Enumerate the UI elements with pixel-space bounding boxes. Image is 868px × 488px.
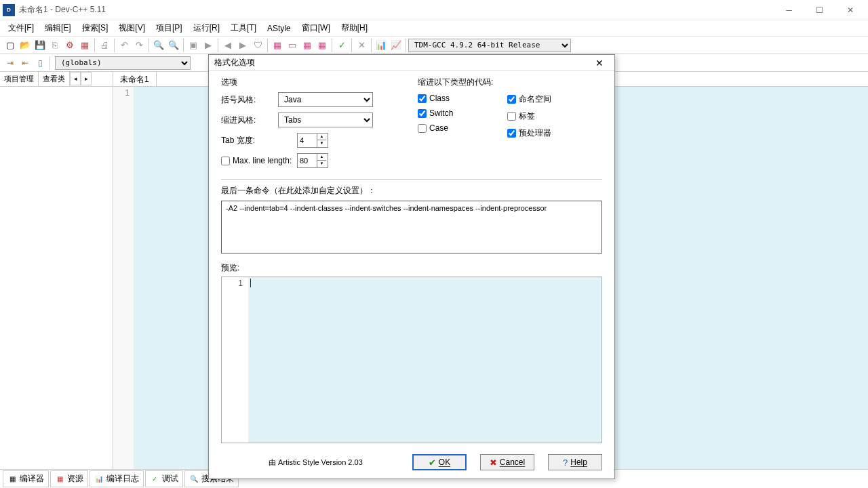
checkbox-switch[interactable]: Switch bbox=[418, 108, 453, 118]
tab-width-input[interactable] bbox=[298, 134, 317, 147]
toolbar: ▢ 📂 💾 ⎘ ⚙ ▦ 🖨 ↶ ↷ 🔍 🔍 ▣ ▶ ◀ ▶ 🛡 ▦ ▭ ▦ ▦ … bbox=[0, 37, 868, 54]
bottom-tab-log[interactable]: 📊编译日志 bbox=[90, 470, 144, 487]
checkbox-case[interactable]: Case bbox=[418, 123, 453, 133]
indent-style-select[interactable]: Tabs bbox=[278, 113, 373, 127]
tab-width-label: Tab 宽度: bbox=[221, 135, 297, 146]
dialog-titlebar: 格式化选项 ✕ bbox=[209, 55, 614, 71]
compile-icon[interactable]: ▣ bbox=[186, 38, 201, 53]
grid4-icon[interactable]: ▦ bbox=[315, 38, 330, 53]
save-all-icon[interactable]: ⎘ bbox=[47, 38, 62, 53]
menu-window[interactable]: 窗口[W] bbox=[296, 20, 336, 36]
spin-up-icon[interactable]: ▲ bbox=[317, 134, 326, 140]
search-tab-icon: 🔍 bbox=[189, 474, 199, 484]
spin-up-icon[interactable]: ▲ bbox=[317, 154, 326, 161]
help-icon: ? bbox=[563, 458, 568, 468]
sidebar-tab-classes[interactable]: 查看类 bbox=[39, 72, 70, 86]
bottom-tab-resources[interactable]: ▦资源 bbox=[50, 470, 88, 487]
compiler-select[interactable]: TDM-GCC 4.9.2 64-bit Release bbox=[408, 39, 571, 52]
dialog-close-icon[interactable]: ✕ bbox=[590, 56, 609, 70]
bookmark2-icon[interactable]: ▯ bbox=[33, 56, 47, 70]
max-line-input[interactable] bbox=[298, 154, 317, 167]
new-file-icon[interactable]: ▢ bbox=[3, 38, 18, 53]
titlebar: D 未命名1 - Dev-C++ 5.11 ─ ☐ ✕ bbox=[0, 0, 868, 20]
menu-file[interactable]: 文件[F] bbox=[3, 20, 39, 36]
menu-help[interactable]: 帮助[H] bbox=[336, 20, 373, 36]
forward-icon[interactable]: ▶ bbox=[235, 38, 250, 53]
debug-tab-icon: ✓ bbox=[150, 474, 159, 484]
maximize-button[interactable]: ☐ bbox=[804, 1, 835, 20]
checkbox-class[interactable]: Class bbox=[418, 94, 453, 103]
ok-button[interactable]: ✔OK bbox=[412, 454, 467, 470]
last-cmd-textarea[interactable] bbox=[221, 201, 602, 253]
bookmark-icon[interactable]: ⇤ bbox=[18, 56, 33, 70]
check-icon: ✔ bbox=[429, 458, 436, 468]
back-icon[interactable]: ◀ bbox=[220, 38, 235, 53]
replace-icon[interactable]: 🔍 bbox=[166, 38, 181, 53]
preview-box: 1 bbox=[221, 277, 602, 443]
run-icon[interactable]: ▶ bbox=[201, 38, 216, 53]
spin-down-icon[interactable]: ▼ bbox=[317, 161, 326, 167]
save-icon[interactable]: 💾 bbox=[33, 38, 47, 53]
max-line-spinner[interactable]: ▲▼ bbox=[297, 153, 328, 168]
close-button[interactable]: ✕ bbox=[835, 1, 865, 20]
spin-down-icon[interactable]: ▼ bbox=[317, 140, 326, 147]
help-button[interactable]: ?Help bbox=[548, 454, 602, 470]
project-icon[interactable]: ▦ bbox=[77, 38, 92, 53]
log-tab-icon: 📊 bbox=[94, 474, 104, 484]
max-line-checkbox[interactable] bbox=[221, 157, 230, 165]
menu-run[interactable]: 运行[R] bbox=[188, 20, 225, 36]
chart2-icon[interactable]: 📈 bbox=[389, 38, 403, 53]
sidebar: 项目管理 查看类 ◂ ▸ bbox=[0, 72, 113, 469]
window-title: 未命名1 - Dev-C++ 5.11 bbox=[19, 4, 774, 16]
preview-gutter: 1 bbox=[222, 277, 249, 443]
menu-astyle[interactable]: AStyle bbox=[262, 22, 296, 35]
new-project-icon[interactable]: ⚙ bbox=[62, 38, 77, 53]
max-line-checkbox-label[interactable]: Max. line length: bbox=[221, 156, 297, 165]
last-cmd-label: 最后一条命令（在此处添加自定义设置）： bbox=[221, 185, 602, 197]
formatter-dialog: 格式化选项 ✕ 选项 括号风格: Java 缩进风格: Tabs Tab 宽度: bbox=[208, 54, 615, 479]
menu-project[interactable]: 项目[P] bbox=[151, 20, 188, 36]
brace-style-label: 括号风格: bbox=[221, 94, 278, 106]
bottom-tab-compiler[interactable]: ▦编译器 bbox=[3, 470, 49, 487]
preview-label: 预览: bbox=[221, 262, 602, 274]
sidebar-nav-right-icon[interactable]: ▸ bbox=[81, 72, 92, 85]
minimize-button[interactable]: ─ bbox=[774, 1, 804, 20]
checkbox-namespace[interactable]: 命名空间 bbox=[507, 94, 551, 105]
bottom-tab-debug[interactable]: ✓调试 bbox=[145, 470, 183, 487]
print-icon[interactable]: 🖨 bbox=[97, 38, 112, 53]
menu-edit[interactable]: 编辑[E] bbox=[39, 20, 77, 36]
open-file-icon[interactable]: 📂 bbox=[18, 38, 33, 53]
checkbox-label[interactable]: 标签 bbox=[507, 110, 551, 122]
cross-icon[interactable]: ✕ bbox=[354, 38, 369, 53]
chart-icon[interactable]: 📊 bbox=[374, 38, 389, 53]
cancel-button[interactable]: ✖Cancel bbox=[480, 454, 534, 470]
editor-tab[interactable]: 未命名1 bbox=[113, 72, 157, 86]
redo-icon[interactable]: ↷ bbox=[132, 38, 146, 53]
brace-style-select[interactable]: Java bbox=[278, 92, 373, 107]
menu-tools[interactable]: 工具[T] bbox=[225, 20, 262, 36]
tab-width-spinner[interactable]: ▲▼ bbox=[297, 133, 328, 148]
grid2-icon[interactable]: ▭ bbox=[285, 38, 300, 53]
cross-icon: ✖ bbox=[490, 458, 497, 468]
resources-tab-icon: ▦ bbox=[55, 474, 64, 484]
preview-code bbox=[249, 277, 601, 443]
app-icon: D bbox=[3, 4, 15, 16]
scope-select[interactable]: (globals) bbox=[55, 56, 191, 70]
undo-icon[interactable]: ↶ bbox=[117, 38, 132, 53]
check-icon[interactable]: ✓ bbox=[334, 38, 349, 53]
dialog-footer: 由 Artistic Style Version 2.03 ✔OK ✖Cance… bbox=[209, 450, 614, 479]
goto-icon[interactable]: ⇥ bbox=[3, 56, 18, 70]
grid3-icon[interactable]: ▦ bbox=[300, 38, 315, 53]
shield-icon[interactable]: 🛡 bbox=[250, 38, 265, 53]
sidebar-tab-project[interactable]: 项目管理 bbox=[0, 72, 39, 86]
menu-view[interactable]: 视图[V] bbox=[113, 20, 151, 36]
checkbox-preproc[interactable]: 预处理器 bbox=[507, 127, 551, 139]
dialog-title: 格式化选项 bbox=[214, 57, 590, 68]
find-icon[interactable]: 🔍 bbox=[151, 38, 166, 53]
menu-search[interactable]: 搜索[S] bbox=[77, 20, 114, 36]
compiler-tab-icon: ▦ bbox=[7, 474, 17, 484]
indent-types-label: 缩进以下类型的代码: bbox=[418, 77, 602, 88]
sidebar-nav-left-icon[interactable]: ◂ bbox=[70, 72, 81, 85]
editor-gutter: 1 bbox=[113, 87, 134, 469]
grid1-icon[interactable]: ▦ bbox=[270, 38, 285, 53]
